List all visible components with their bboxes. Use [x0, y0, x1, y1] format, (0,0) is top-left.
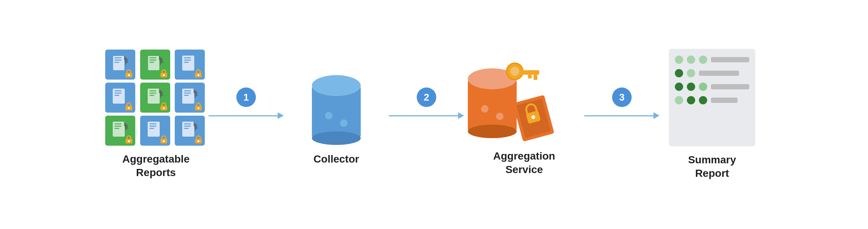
- summary-report-visual: [669, 49, 755, 146]
- collector-database-icon: [308, 63, 364, 146]
- arrow-step-3: 3: [584, 87, 659, 142]
- node-aggregatable-reports: Aggregatable Reports: [103, 50, 209, 180]
- svg-point-43: [481, 105, 488, 113]
- summary-row-1: [675, 56, 749, 64]
- dot: [687, 56, 695, 64]
- dot: [699, 56, 707, 64]
- report-card: [140, 83, 170, 113]
- report-card: [140, 116, 170, 146]
- svg-point-9: [163, 74, 165, 76]
- arrow-head: [458, 112, 464, 119]
- step-badge-1: 1: [236, 87, 256, 107]
- dot: [699, 83, 707, 91]
- lock-icon: [124, 68, 134, 78]
- node-collector: Collector: [284, 63, 389, 166]
- lock-icon: [194, 68, 203, 78]
- svg-point-34: [198, 140, 200, 142]
- bar: [711, 84, 749, 89]
- svg-point-19: [163, 107, 165, 109]
- key-icon: [502, 56, 539, 94]
- step-badge-3: 3: [612, 87, 632, 107]
- collector-label: Collector: [313, 152, 359, 166]
- svg-rect-47: [521, 70, 539, 75]
- node-aggregation-service: Aggregation Service: [464, 53, 584, 177]
- lock-icon: [194, 101, 203, 111]
- report-card: [140, 50, 170, 80]
- arrow-head: [278, 112, 284, 119]
- lock-icon: [159, 68, 169, 78]
- svg-point-15: [128, 107, 130, 109]
- svg-point-38: [325, 112, 333, 119]
- reports-grid: [105, 50, 207, 146]
- svg-point-4: [128, 74, 130, 76]
- report-card: [105, 50, 135, 80]
- lock-icon: [124, 134, 134, 144]
- svg-point-12: [198, 74, 200, 76]
- lock-icon: [194, 134, 203, 144]
- arrow-shaft: [389, 115, 458, 116]
- lock-icon: [159, 101, 169, 111]
- step-badge-2: 2: [417, 87, 436, 107]
- summary-report-label: Summary Report: [688, 153, 736, 181]
- arrow-head: [653, 112, 659, 119]
- arrow-shaft: [209, 115, 278, 116]
- svg-point-37: [312, 131, 361, 145]
- report-card: [175, 116, 205, 146]
- aggregation-service-label: Aggregation Service: [493, 149, 555, 177]
- svg-point-27: [128, 140, 130, 142]
- arrow-shaft: [584, 115, 653, 116]
- svg-point-30: [163, 140, 165, 142]
- svg-point-36: [312, 75, 361, 96]
- dot: [687, 83, 695, 91]
- summary-row-3: [675, 83, 749, 91]
- svg-point-46: [510, 67, 519, 76]
- bar: [711, 98, 738, 103]
- report-card: [105, 116, 135, 146]
- lock-icon: [124, 101, 134, 111]
- report-card: [175, 50, 205, 80]
- dot: [675, 56, 683, 64]
- summary-row-4: [675, 96, 749, 104]
- diagram-container: Aggregatable Reports 1 Collector 2: [0, 41, 868, 188]
- lock-icon: [159, 134, 169, 144]
- summary-row-2: [675, 69, 749, 77]
- dot: [699, 96, 707, 104]
- dot: [687, 96, 695, 104]
- dot: [675, 83, 683, 91]
- svg-point-42: [468, 125, 517, 138]
- dot: [687, 69, 695, 77]
- svg-point-39: [340, 119, 348, 127]
- report-card: [175, 83, 205, 113]
- svg-point-44: [496, 113, 504, 120]
- svg-point-23: [198, 107, 200, 109]
- svg-rect-49: [528, 75, 532, 78]
- arrow-line-3: [584, 112, 659, 119]
- node-summary-report: Summary Report: [659, 49, 765, 181]
- dot: [675, 96, 683, 104]
- bar: [699, 71, 739, 76]
- aggregatable-reports-label: Aggregatable Reports: [122, 152, 190, 180]
- arrow-step-2: 2: [389, 87, 464, 142]
- arrow-line-1: [209, 112, 284, 119]
- arrow-line-2: [389, 112, 464, 119]
- bar: [711, 57, 749, 62]
- arrow-step-1: 1: [209, 87, 284, 142]
- dot: [675, 69, 683, 77]
- svg-rect-48: [534, 75, 537, 80]
- report-card: [105, 83, 135, 113]
